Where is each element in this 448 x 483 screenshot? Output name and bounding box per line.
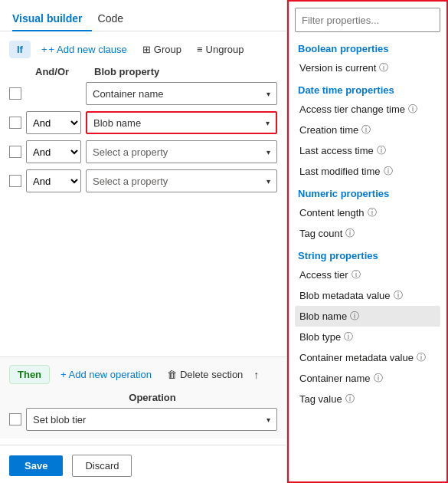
prop-item-access-tier-change-time[interactable]: Access tier change time ⓘ bbox=[295, 99, 440, 120]
clause-row: And Or Select a property ▾ bbox=[9, 140, 277, 163]
info-icon[interactable]: ⓘ bbox=[379, 61, 388, 74]
move-up-button[interactable]: ↑ bbox=[253, 369, 259, 381]
info-icon[interactable]: ⓘ bbox=[344, 330, 353, 343]
prop-item-version-is-current[interactable]: Version is current ⓘ bbox=[295, 58, 440, 78]
group-button[interactable]: ⊞ Group bbox=[138, 41, 186, 58]
group-icon: ⊞ bbox=[142, 44, 151, 55]
if-header: If + + Add new clause ⊞ Group ≡ Ungroup bbox=[9, 41, 277, 58]
row3-property-select[interactable]: Select a property ▾ bbox=[86, 140, 277, 163]
row1-property-select[interactable]: Container name ▾ bbox=[86, 82, 277, 105]
info-icon[interactable]: ⓘ bbox=[350, 310, 359, 323]
op-checkbox[interactable] bbox=[9, 413, 21, 426]
info-icon[interactable]: ⓘ bbox=[361, 123, 371, 136]
tabs-bar: Visual builder Code bbox=[0, 6, 286, 31]
row1-property-value: Container name bbox=[93, 88, 164, 100]
info-icon[interactable]: ⓘ bbox=[368, 206, 377, 219]
row2-andor-select[interactable]: And Or bbox=[26, 111, 81, 134]
ungroup-icon: ≡ bbox=[197, 44, 203, 55]
chevron-down-icon: ▾ bbox=[267, 90, 270, 98]
prop-item-access-tier[interactable]: Access tier ⓘ bbox=[295, 264, 440, 285]
row2-property-value: Blob name bbox=[93, 117, 141, 129]
row2-property-select[interactable]: Blob name ▾ bbox=[86, 111, 277, 134]
column-headers: And/Or Blob property bbox=[9, 66, 277, 82]
trash-icon: 🗑 bbox=[167, 369, 177, 380]
left-panel: Visual builder Code If + + Add new claus… bbox=[0, 0, 287, 483]
chevron-down-icon: ▾ bbox=[266, 119, 270, 127]
row3-checkbox[interactable] bbox=[9, 146, 21, 158]
prop-item-blob-type[interactable]: Blob type ⓘ bbox=[295, 327, 440, 347]
row3-andor-select[interactable]: And Or bbox=[26, 140, 81, 163]
info-icon[interactable]: ⓘ bbox=[345, 393, 355, 406]
if-section: If + + Add new clause ⊞ Group ≡ Ungroup … bbox=[0, 41, 286, 356]
category-boolean: Boolean properties bbox=[295, 37, 440, 58]
op-column-headers: Operation bbox=[9, 392, 277, 408]
row4-property-select[interactable]: Select a property ▾ bbox=[86, 169, 277, 192]
then-header: Then + Add new operation 🗑 Delete sectio… bbox=[9, 365, 277, 384]
info-icon[interactable]: ⓘ bbox=[377, 144, 386, 157]
row1-checkbox[interactable] bbox=[9, 87, 21, 100]
prop-item-last-modified-time[interactable]: Last modified time ⓘ bbox=[295, 161, 440, 182]
row2-checkbox[interactable] bbox=[9, 117, 21, 129]
plus-icon: + bbox=[41, 44, 47, 55]
if-badge: If bbox=[9, 41, 31, 58]
then-badge: Then bbox=[9, 365, 50, 384]
save-bar: Save Discard bbox=[0, 445, 286, 477]
category-string: String properties bbox=[295, 244, 440, 264]
info-icon[interactable]: ⓘ bbox=[374, 372, 383, 385]
add-clause-button[interactable]: + + Add new clause bbox=[37, 41, 132, 58]
prop-item-container-metadata-value[interactable]: Container metadata value ⓘ bbox=[295, 347, 440, 368]
clause-row: And Or Select a property ▾ bbox=[9, 169, 277, 192]
save-button[interactable]: Save bbox=[9, 455, 63, 476]
info-icon[interactable]: ⓘ bbox=[417, 351, 426, 364]
prop-item-blob-name[interactable]: Blob name ⓘ bbox=[295, 306, 440, 327]
row4-checkbox[interactable] bbox=[9, 175, 21, 187]
info-icon[interactable]: ⓘ bbox=[394, 289, 403, 302]
filter-properties-input[interactable] bbox=[295, 8, 440, 32]
row4-andor-select[interactable]: And Or bbox=[26, 169, 81, 192]
clause-row: Container name ▾ bbox=[9, 82, 277, 105]
prop-item-tag-value[interactable]: Tag value ⓘ bbox=[295, 389, 440, 409]
delete-section-button[interactable]: 🗑 Delete section bbox=[162, 366, 247, 383]
chevron-down-icon: ▾ bbox=[267, 177, 270, 186]
prop-col-header: Blob property bbox=[94, 66, 277, 77]
discard-button[interactable]: Discard bbox=[72, 455, 132, 477]
tab-visual-builder[interactable]: Visual builder bbox=[12, 6, 92, 31]
right-panel: Boolean properties Version is current ⓘ … bbox=[287, 0, 448, 483]
category-datetime: Date time properties bbox=[295, 78, 440, 99]
info-icon[interactable]: ⓘ bbox=[345, 227, 355, 240]
chevron-down-icon: ▾ bbox=[267, 416, 270, 424]
category-numeric: Numeric properties bbox=[295, 182, 440, 202]
then-section: Then + Add new operation 🗑 Delete sectio… bbox=[0, 356, 286, 439]
row3-property-placeholder: Select a property bbox=[93, 146, 168, 158]
op-col-header: Operation bbox=[28, 392, 277, 403]
row4-property-placeholder: Select a property bbox=[93, 176, 168, 187]
op-row: Set blob tier ▾ bbox=[9, 408, 277, 431]
clause-row: And Or Blob name ▾ bbox=[9, 111, 277, 134]
prop-item-container-name[interactable]: Container name ⓘ bbox=[295, 368, 440, 389]
prop-item-tag-count[interactable]: Tag count ⓘ bbox=[295, 223, 440, 244]
prop-item-last-access-time[interactable]: Last access time ⓘ bbox=[295, 140, 440, 161]
prop-item-blob-metadata-value[interactable]: Blob metadata value ⓘ bbox=[295, 285, 440, 306]
add-operation-button[interactable]: + Add new operation bbox=[56, 366, 156, 383]
chevron-down-icon: ▾ bbox=[267, 148, 270, 156]
ungroup-button[interactable]: ≡ Ungroup bbox=[192, 41, 248, 58]
op-value: Set blob tier bbox=[33, 414, 86, 426]
op-select[interactable]: Set blob tier ▾ bbox=[26, 408, 277, 431]
prop-item-creation-time[interactable]: Creation time ⓘ bbox=[295, 120, 440, 140]
info-icon[interactable]: ⓘ bbox=[408, 103, 417, 116]
properties-list: Boolean properties Version is current ⓘ … bbox=[289, 37, 446, 481]
info-icon[interactable]: ⓘ bbox=[352, 268, 361, 281]
info-icon[interactable]: ⓘ bbox=[384, 165, 393, 178]
tab-code[interactable]: Code bbox=[98, 6, 132, 31]
prop-item-content-length[interactable]: Content length ⓘ bbox=[295, 202, 440, 223]
andor-col-header: And/Or bbox=[32, 66, 90, 77]
